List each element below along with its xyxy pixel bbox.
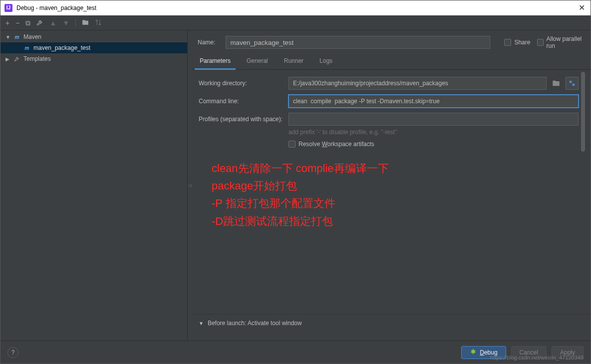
allow-parallel-checkbox[interactable]: Allow parallel run — [537, 35, 585, 49]
tabs: Parameters General Runner Logs — [192, 53, 591, 70]
row-profiles: Profiles (separated with space): — [199, 113, 579, 126]
checkbox-box — [537, 39, 543, 46]
checkbox-box — [504, 39, 511, 46]
command-line-label: Command line: — [199, 98, 289, 105]
footer: ? Debug Cancel Apply https://blog.csdn.n… — [0, 341, 591, 364]
bug-icon — [470, 348, 477, 357]
profiles-hint: add prefix '-' to disable profile, e.g. … — [199, 129, 579, 136]
main: ▼ m Maven m maven_package_test ▶ Templat… — [0, 30, 591, 341]
tree-node-maven[interactable]: ▼ m Maven — [0, 31, 187, 42]
watermark: https://blog.csdn.net/weixin_47120348 — [490, 355, 584, 361]
row-command-line: Command line: — [199, 95, 579, 108]
maven-icon: m — [13, 33, 20, 40]
wrench-icon — [13, 55, 20, 62]
splitter[interactable]: ⠿ — [188, 30, 192, 341]
working-directory-label: Working directory: — [199, 80, 289, 87]
header-row: Name: Share Allow parallel run — [192, 30, 591, 53]
window-root: IJ Debug - maven_package_test ✕ + − ⧉ ▲ … — [0, 0, 591, 364]
chevron-right-icon: ▶ — [5, 56, 10, 62]
before-launch-label: Before launch: Activate tool window — [208, 320, 302, 327]
close-icon[interactable]: ✕ — [577, 3, 587, 12]
sidebar: ▼ m Maven m maven_package_test ▶ Templat… — [0, 30, 188, 341]
vertical-scrollbar[interactable] — [581, 70, 586, 314]
sort-icon[interactable] — [95, 19, 102, 27]
browse-folder-icon[interactable] — [550, 77, 563, 90]
checkbox-box — [289, 141, 296, 148]
name-input[interactable] — [226, 36, 490, 49]
maven-icon: m — [23, 44, 30, 51]
tab-parameters[interactable]: Parameters — [198, 53, 233, 69]
insert-path-icon[interactable] — [566, 77, 579, 90]
titlebar: IJ Debug - maven_package_test ✕ — [0, 0, 591, 15]
name-label: Name: — [198, 39, 219, 46]
chevron-down-icon: ▼ — [5, 34, 10, 40]
parallel-label: Allow parallel run — [547, 35, 585, 49]
form-area: Working directory: Command lin — [192, 70, 591, 314]
tree-node-templates[interactable]: ▶ Templates — [0, 53, 187, 64]
toolbar: + − ⧉ ▲ ▼ — [0, 15, 591, 30]
remove-icon[interactable]: − — [15, 19, 19, 26]
svg-point-2 — [472, 350, 475, 354]
move-up-icon[interactable]: ▲ — [49, 19, 56, 26]
wrench-icon[interactable] — [36, 19, 43, 27]
app-icon: IJ — [4, 4, 12, 12]
tree-node-maven-package-test[interactable]: m maven_package_test — [0, 42, 187, 53]
body: + − ⧉ ▲ ▼ ▼ m Maven — [0, 15, 591, 364]
content: Name: Share Allow parallel run Parameter… — [192, 30, 591, 341]
move-down-icon[interactable]: ▼ — [62, 19, 69, 26]
chevron-down-icon: ▼ — [199, 321, 204, 326]
before-launch-toggle[interactable]: ▼ Before launch: Activate tool window — [199, 320, 584, 327]
annotation-overlay: clean先清除一下 complie再编译一下 package开始打包 -P 指… — [212, 160, 389, 230]
before-launch-section: ▼ Before launch: Activate tool window — [192, 314, 591, 341]
add-icon[interactable]: + — [5, 19, 9, 26]
toolbar-separator — [75, 19, 76, 27]
scrollbar-thumb[interactable] — [581, 72, 585, 152]
svg-rect-1 — [573, 84, 575, 86]
command-line-input[interactable] — [289, 95, 579, 108]
tab-runner[interactable]: Runner — [282, 53, 305, 69]
share-checkbox[interactable]: Share — [504, 39, 530, 46]
tab-logs[interactable]: Logs — [317, 53, 334, 69]
resolve-workspace-label: Resolve Workspace artifacts — [298, 141, 374, 148]
profiles-label: Profiles (separated with space): — [199, 116, 289, 123]
tree-label: Maven — [23, 33, 41, 40]
window-title: Debug - maven_package_test — [16, 4, 577, 11]
copy-icon[interactable]: ⧉ — [25, 19, 30, 26]
help-button[interactable]: ? — [7, 347, 18, 358]
folder-icon[interactable] — [82, 19, 89, 27]
working-directory-input[interactable] — [289, 77, 547, 90]
row-working-directory: Working directory: — [199, 77, 579, 90]
tab-general[interactable]: General — [245, 53, 270, 69]
svg-rect-0 — [570, 81, 572, 83]
tree-label: maven_package_test — [33, 44, 90, 51]
tree-label: Templates — [23, 55, 51, 62]
resolve-workspace-checkbox[interactable]: Resolve Workspace artifacts — [289, 141, 579, 148]
profiles-input[interactable] — [289, 113, 579, 126]
share-label: Share — [514, 39, 530, 46]
